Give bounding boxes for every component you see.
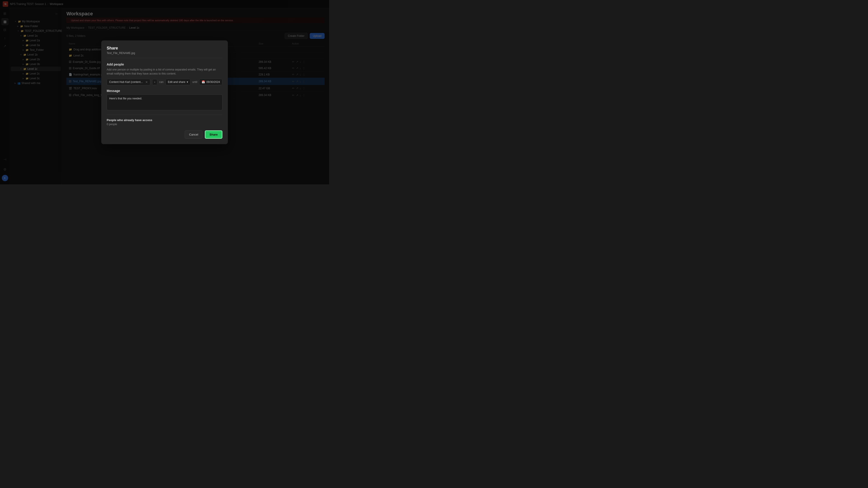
message-textarea[interactable]: Here's that file you needed.: [107, 94, 222, 110]
modal-title: Share: [107, 46, 222, 51]
share-row: Content Hub Karl (content... ✕ ▾ can Edi…: [107, 79, 222, 86]
date-value: 09/30/2024: [206, 80, 220, 84]
modal-overlay[interactable]: Share Test_File_RENAME.jpg Add people Ad…: [0, 0, 329, 184]
date-input[interactable]: 📅 09/30/2024: [199, 79, 222, 85]
person-input-wrap[interactable]: Content Hub Karl (content... ✕: [107, 79, 150, 86]
cancel-button[interactable]: Cancel: [185, 130, 202, 139]
can-label: can: [159, 80, 163, 84]
until-label: until: [192, 80, 197, 84]
modal-filename: Test_File_RENAME.jpg: [107, 52, 222, 58]
people-access-title: People who already have access: [107, 119, 222, 122]
share-modal: Share Test_File_RENAME.jpg Add people Ad…: [101, 40, 228, 144]
add-people-desc: Add one person or multiple by pasting in…: [107, 68, 222, 76]
permission-value: Edit and share: [168, 80, 185, 84]
person-dropdown-button[interactable]: ▾: [152, 79, 157, 85]
calendar-icon: 📅: [202, 80, 205, 84]
modal-divider: [107, 115, 222, 115]
permission-select[interactable]: Edit and share ▾: [165, 79, 191, 85]
person-input-text: Content Hub Karl (content...: [109, 80, 144, 84]
people-count: 0 people: [107, 123, 222, 126]
share-button[interactable]: Share: [205, 130, 222, 139]
message-label: Message: [107, 89, 222, 93]
add-people-title: Add people: [107, 63, 222, 66]
clear-person-button[interactable]: ✕: [145, 80, 148, 84]
modal-footer: Cancel Share: [107, 130, 222, 139]
permission-chevron-icon: ▾: [187, 80, 188, 84]
